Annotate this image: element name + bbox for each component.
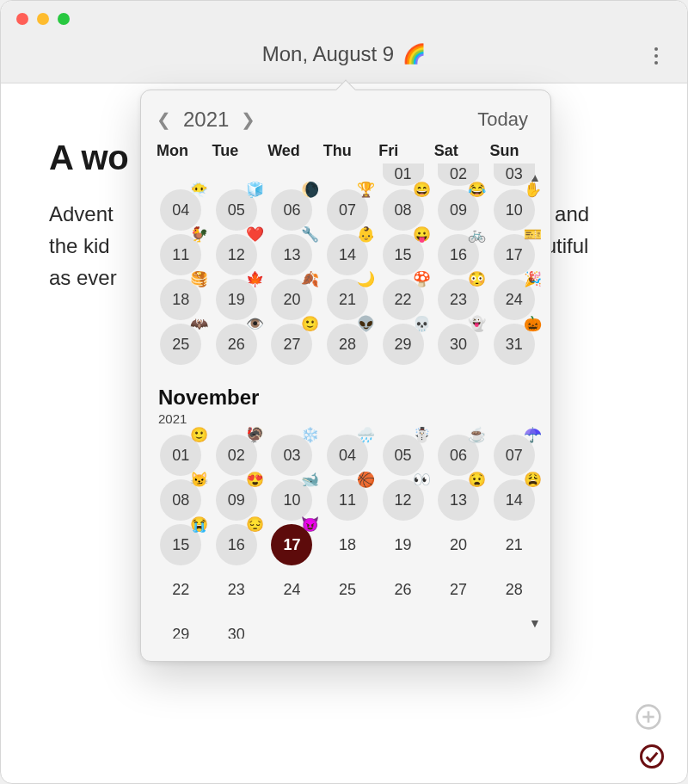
day-cell[interactable]: 03❄️ bbox=[271, 435, 312, 476]
day-cell[interactable]: 26 bbox=[383, 569, 424, 610]
day-cell[interactable]: 17🎫 bbox=[494, 234, 535, 275]
day-cell[interactable]: 18🥞 bbox=[160, 279, 201, 320]
day-cell[interactable]: 23😳 bbox=[438, 279, 479, 320]
calendar-header: ❮ 2021 ❯ Today bbox=[141, 90, 550, 137]
title-emoji: 🌈 bbox=[402, 43, 426, 65]
day-number: 21 bbox=[506, 536, 523, 554]
day-number: 02 bbox=[450, 165, 467, 183]
day-number: 03 bbox=[283, 447, 300, 465]
scroll-down-button[interactable]: ▼ bbox=[525, 613, 545, 633]
day-cell[interactable]: 24🎉 bbox=[494, 279, 535, 320]
day-cell[interactable]: 27 bbox=[438, 569, 479, 610]
day-cell[interactable]: 16🚲 bbox=[438, 234, 479, 275]
close-window-button[interactable] bbox=[16, 13, 28, 25]
day-cell[interactable]: 31🎃 bbox=[494, 324, 535, 365]
day-cell[interactable]: 06🌘 bbox=[271, 189, 312, 231]
day-cell[interactable]: 04🌧️ bbox=[327, 435, 368, 476]
day-cell[interactable]: 14😩 bbox=[494, 479, 535, 521]
prev-year-button[interactable]: ❮ bbox=[157, 109, 171, 130]
day-cell[interactable]: 16😔 bbox=[216, 524, 257, 565]
day-cell[interactable]: 12👀 bbox=[383, 479, 424, 521]
calendar-row: 18🥞19🍁20🍂21🌙22🍄23😳24🎉 bbox=[153, 277, 542, 322]
confirm-button[interactable] bbox=[639, 744, 665, 769]
day-cell[interactable]: 23 bbox=[216, 569, 257, 610]
day-cell[interactable]: 17😈 bbox=[271, 524, 312, 565]
day-number: 19 bbox=[395, 536, 412, 554]
day-number: 04 bbox=[172, 201, 189, 219]
day-number: 13 bbox=[283, 246, 300, 264]
day-cell[interactable]: 20🍂 bbox=[271, 279, 312, 320]
day-cell[interactable]: 07🏆 bbox=[327, 189, 368, 231]
day-cell[interactable]: 03 bbox=[494, 164, 535, 186]
day-cell[interactable]: 25 bbox=[327, 569, 368, 610]
calendar-scroll[interactable]: ▲ 010203 04😶‍🌫️05🧊06🌘07🏆08😄09😂10✋11🐓12❤️… bbox=[141, 164, 550, 639]
add-entry-button[interactable] bbox=[634, 702, 663, 732]
day-cell[interactable]: 21 bbox=[494, 524, 535, 565]
day-cell[interactable]: 28👽 bbox=[327, 324, 368, 365]
day-cell[interactable]: 13🔧 bbox=[271, 234, 312, 275]
day-cell[interactable]: 08😼 bbox=[160, 479, 201, 521]
dow-tue: Tue bbox=[209, 142, 265, 160]
day-number: 09 bbox=[228, 491, 245, 509]
zoom-window-button[interactable] bbox=[58, 13, 70, 25]
day-cell[interactable]: 30👻 bbox=[438, 324, 479, 365]
day-cell[interactable]: 04😶‍🌫️ bbox=[160, 189, 201, 231]
day-cell[interactable]: 19 bbox=[383, 524, 424, 565]
minimize-window-button[interactable] bbox=[37, 13, 49, 25]
day-cell[interactable]: 20 bbox=[438, 524, 479, 565]
day-number: 06 bbox=[450, 447, 467, 465]
day-cell[interactable]: 12❤️ bbox=[216, 234, 257, 275]
next-year-button[interactable]: ❯ bbox=[241, 109, 255, 130]
day-cell[interactable]: 15😭 bbox=[160, 524, 201, 565]
day-cell[interactable]: 27🙂 bbox=[271, 324, 312, 365]
day-cell[interactable]: 11🐓 bbox=[160, 234, 201, 275]
day-cell[interactable]: 10🐋 bbox=[271, 479, 312, 521]
day-cell[interactable]: 02 bbox=[438, 164, 479, 186]
today-button[interactable]: Today bbox=[477, 108, 528, 131]
day-cell[interactable]: 15😛 bbox=[383, 234, 424, 275]
day-cell[interactable]: 01 bbox=[383, 164, 424, 186]
day-cell[interactable]: 25🦇 bbox=[160, 324, 201, 365]
day-cell[interactable]: 09😂 bbox=[438, 189, 479, 231]
day-cell[interactable]: 21🌙 bbox=[327, 279, 368, 320]
day-cell[interactable]: 13😧 bbox=[438, 479, 479, 521]
day-cell[interactable]: 22🍄 bbox=[383, 279, 424, 320]
day-number: 16 bbox=[228, 536, 245, 554]
day-cell[interactable]: 02🦃 bbox=[216, 435, 257, 476]
day-cell[interactable]: 18 bbox=[327, 524, 368, 565]
day-cell[interactable]: 22 bbox=[160, 569, 201, 610]
day-number: 20 bbox=[283, 291, 300, 309]
day-cell[interactable]: 24 bbox=[271, 569, 312, 610]
day-cell[interactable]: 28 bbox=[494, 569, 535, 610]
november-grid: 01🙂02🦃03❄️04🌧️05☃️06☕07☂️08😼09😍10🐋11🏀12👀… bbox=[153, 433, 542, 639]
day-cell[interactable]: 09😍 bbox=[216, 479, 257, 521]
day-cell[interactable]: 07☂️ bbox=[494, 435, 535, 476]
day-number: 07 bbox=[339, 201, 356, 219]
day-cell[interactable]: 06☕ bbox=[438, 435, 479, 476]
day-cell[interactable]: 05🧊 bbox=[216, 189, 257, 231]
day-number: 31 bbox=[506, 336, 523, 354]
more-menu-button[interactable] bbox=[646, 46, 666, 66]
day-cell[interactable]: 08😄 bbox=[383, 189, 424, 231]
day-cell[interactable]: 10✋ bbox=[494, 189, 535, 231]
day-cell[interactable]: 29 bbox=[160, 614, 201, 639]
day-cell[interactable]: 29💀 bbox=[383, 324, 424, 365]
dow-sat: Sat bbox=[431, 142, 487, 160]
day-number: 08 bbox=[172, 491, 189, 509]
day-cell[interactable]: 05☃️ bbox=[383, 435, 424, 476]
day-cell[interactable]: 11🏀 bbox=[327, 479, 368, 521]
day-number: 29 bbox=[172, 626, 189, 639]
day-cell[interactable]: 26👁️ bbox=[216, 324, 257, 365]
day-number: 11 bbox=[172, 246, 189, 264]
day-cell[interactable]: 14👶 bbox=[327, 234, 368, 275]
day-cell[interactable]: 19🍁 bbox=[216, 279, 257, 320]
day-number: 03 bbox=[506, 165, 523, 183]
day-cell[interactable]: 30 bbox=[216, 614, 257, 639]
year-label[interactable]: 2021 bbox=[183, 108, 229, 132]
svg-point-3 bbox=[642, 746, 663, 768]
title-date-button[interactable]: Mon, August 9 🌈 bbox=[1, 42, 687, 66]
day-cell[interactable]: 01🙂 bbox=[160, 435, 201, 476]
day-number: 16 bbox=[450, 246, 467, 264]
day-number: 26 bbox=[395, 581, 412, 599]
dow-wed: Wed bbox=[264, 142, 320, 160]
